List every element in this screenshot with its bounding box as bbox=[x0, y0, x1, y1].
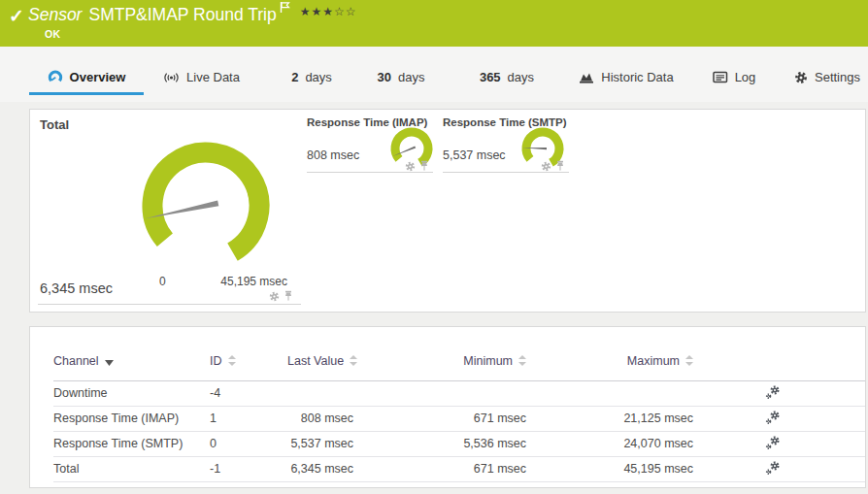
tab-365-days[interactable]: 365 days bbox=[468, 59, 546, 95]
live-data-icon bbox=[163, 71, 180, 84]
channel-maximum: 21,125 msec bbox=[526, 406, 693, 431]
tab-overview[interactable]: Overview bbox=[29, 59, 144, 95]
gauge-icon bbox=[48, 70, 63, 84]
gauge-settings-gear-icon[interactable] bbox=[405, 161, 416, 172]
sensor-name: SMTP&IMAP Round Trip bbox=[88, 5, 276, 24]
sensor-title: SensorSMTP&IMAP Round Trip★★★☆☆ bbox=[28, 5, 356, 25]
channel-id: -1 bbox=[210, 456, 287, 481]
column-header-id-label: ID bbox=[210, 354, 222, 368]
historic-chart-icon bbox=[579, 71, 594, 84]
edit-channel-gears-icon[interactable] bbox=[765, 435, 781, 450]
sort-both-icon bbox=[685, 355, 693, 366]
tab-30-days[interactable]: 30 days bbox=[366, 59, 436, 95]
tab-settings-label: Settings bbox=[815, 70, 860, 84]
tab-2-days-number: 2 bbox=[291, 70, 298, 84]
table-row-downtime: Downtime -4 bbox=[53, 380, 865, 406]
column-header-minimum[interactable]: Minimum bbox=[353, 327, 526, 380]
channel-last-value: 6,345 msec bbox=[287, 456, 353, 481]
gauge-pin-icon[interactable] bbox=[284, 290, 293, 302]
sort-both-icon bbox=[350, 355, 357, 366]
sensor-header: ✓ SensorSMTP&IMAP Round Trip★★★☆☆ OK bbox=[0, 0, 868, 47]
total-gauge-title: Total bbox=[40, 117, 69, 132]
channel-maximum bbox=[526, 380, 693, 406]
gauge-pin-icon[interactable] bbox=[419, 160, 429, 172]
sort-both-icon bbox=[228, 355, 236, 366]
gauge-settings-gear-icon[interactable] bbox=[269, 291, 280, 302]
tab-365-days-label: days bbox=[508, 70, 534, 84]
tab-settings[interactable]: Settings bbox=[786, 59, 868, 95]
column-header-id[interactable]: ID bbox=[210, 327, 287, 380]
gauge-pin-icon[interactable] bbox=[555, 160, 565, 172]
smtp-gauge-value: 5,537 msec bbox=[443, 148, 506, 162]
column-header-minimum-label: Minimum bbox=[463, 354, 513, 368]
channel-id: 0 bbox=[210, 431, 287, 456]
channel-id: 1 bbox=[210, 406, 287, 431]
tab-overview-label: Overview bbox=[70, 70, 126, 84]
stars-filled: ★★★ bbox=[300, 5, 334, 18]
flag-icon[interactable] bbox=[280, 0, 290, 18]
tab-historic-data-label: Historic Data bbox=[601, 70, 673, 84]
stars-empty: ☆☆ bbox=[334, 5, 357, 18]
edit-channel-gears-icon[interactable] bbox=[765, 410, 781, 425]
column-header-channel[interactable]: Channel bbox=[53, 327, 210, 380]
tab-2-days-label: days bbox=[305, 70, 331, 84]
column-header-channel-label: Channel bbox=[53, 354, 99, 368]
priority-stars[interactable]: ★★★☆☆ bbox=[300, 5, 357, 18]
tab-365-days-number: 365 bbox=[480, 70, 501, 84]
log-icon bbox=[713, 71, 728, 83]
channels-panel: Channel ID Last Value Minimum Maximum Do… bbox=[29, 326, 866, 488]
gauge-settings-gear-icon[interactable] bbox=[541, 161, 551, 172]
sort-both-icon bbox=[518, 355, 526, 366]
prtg-sensor-page: { "colors": { "status_green": "#aec61e",… bbox=[0, 0, 868, 494]
status-ok-check-icon: ✓ bbox=[9, 5, 24, 27]
channel-last-value: 5,537 msec bbox=[287, 431, 353, 456]
channel-minimum bbox=[353, 380, 526, 406]
status-badge: OK bbox=[45, 28, 60, 40]
channel-name: Total bbox=[53, 456, 210, 481]
settings-gear-icon bbox=[794, 71, 808, 84]
imap-gauge-value: 808 msec bbox=[307, 148, 359, 162]
total-gauge-min-label: 0 bbox=[159, 275, 166, 288]
channel-minimum: 671 msec bbox=[353, 456, 526, 481]
channel-maximum: 24,070 msec bbox=[526, 431, 693, 456]
channels-table: Channel ID Last Value Minimum Maximum Do… bbox=[53, 327, 865, 482]
table-header-row: Channel ID Last Value Minimum Maximum bbox=[53, 327, 865, 380]
total-gauge-max-label: 45,195 msec bbox=[220, 275, 287, 288]
sensor-kind-label: Sensor bbox=[28, 5, 82, 24]
channel-minimum: 5,536 msec bbox=[353, 431, 526, 456]
tab-live-data[interactable]: Live Data bbox=[155, 59, 248, 95]
tab-log-label: Log bbox=[735, 70, 756, 84]
tab-30-days-number: 30 bbox=[378, 70, 391, 84]
tab-2-days[interactable]: 2 days bbox=[277, 59, 347, 95]
channel-last-value: 808 msec bbox=[287, 406, 353, 431]
edit-channel-gears-icon[interactable] bbox=[765, 460, 781, 476]
tab-bar: Overview Live Data 2 days 30 days 365 da… bbox=[0, 47, 868, 102]
column-header-maximum[interactable]: Maximum bbox=[526, 327, 693, 380]
sort-desc-icon bbox=[105, 360, 114, 366]
tab-live-data-label: Live Data bbox=[186, 70, 240, 84]
overview-gauges-panel: Total 0 45,195 msec 6,345 msec Response … bbox=[29, 109, 866, 313]
table-row-response-time-imap: Response Time (IMAP) 1 808 msec 671 msec… bbox=[53, 406, 865, 431]
column-header-last-value-label: Last Value bbox=[287, 354, 344, 368]
channel-maximum: 45,195 msec bbox=[526, 456, 693, 481]
channel-id: -4 bbox=[210, 380, 287, 406]
channel-name: Response Time (IMAP) bbox=[53, 406, 210, 431]
table-row-total: Total -1 6,345 msec 671 msec 45,195 msec bbox=[53, 456, 865, 481]
table-row-response-time-smtp: Response Time (SMTP) 0 5,537 msec 5,536 … bbox=[53, 431, 865, 456]
edit-channel-gears-icon[interactable] bbox=[765, 384, 781, 400]
channel-last-value bbox=[287, 380, 353, 406]
channel-name: Downtime bbox=[53, 380, 210, 406]
total-gauge-value: 6,345 msec bbox=[40, 280, 113, 296]
tab-log[interactable]: Log bbox=[697, 59, 771, 95]
tab-historic-data[interactable]: Historic Data bbox=[576, 59, 677, 95]
channel-name: Response Time (SMTP) bbox=[53, 431, 210, 456]
channel-minimum: 671 msec bbox=[353, 406, 526, 431]
column-header-maximum-label: Maximum bbox=[627, 354, 680, 368]
total-gauge bbox=[133, 133, 279, 279]
tab-30-days-label: days bbox=[398, 70, 424, 84]
column-header-last-value[interactable]: Last Value bbox=[287, 327, 353, 380]
